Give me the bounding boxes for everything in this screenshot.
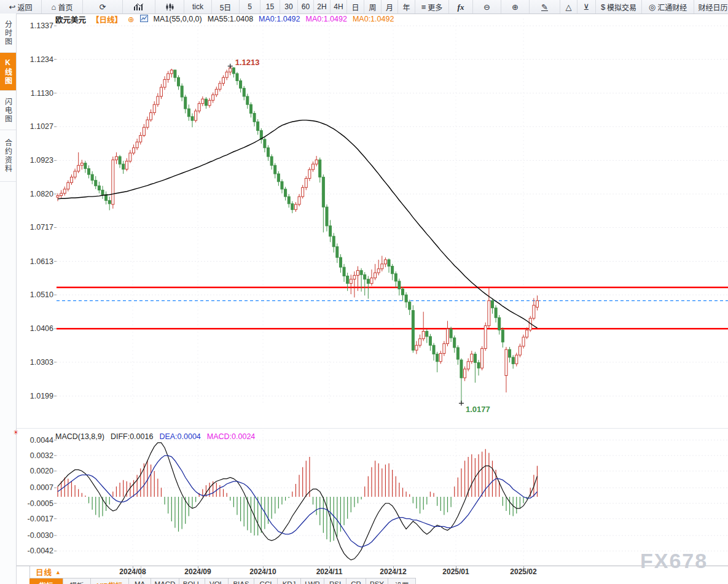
candle — [284, 189, 287, 197]
candle — [267, 148, 270, 157]
macd-tick-label: -0.0017 — [28, 515, 53, 523]
candle — [426, 331, 428, 336]
candle — [119, 157, 121, 164]
candle — [150, 112, 152, 120]
tab-LWR[interactable]: LWR — [301, 578, 324, 584]
candle — [357, 270, 359, 275]
candle — [432, 345, 435, 354]
tab-CR[interactable]: CR — [346, 578, 366, 584]
annotations: 1.12131.0177 — [228, 58, 490, 414]
candle — [495, 308, 497, 317]
candle — [477, 362, 480, 368]
candle — [394, 274, 397, 281]
tab-KDJ[interactable]: KDJ — [278, 578, 301, 584]
ma55-value: MA55:1.0408 — [208, 15, 253, 23]
candle — [460, 360, 463, 378]
candle — [60, 193, 63, 196]
candle — [174, 70, 176, 77]
candle — [181, 86, 183, 97]
chart-canvas[interactable]: 1.12131.01771.13371.12341.11301.10271.09… — [0, 0, 728, 584]
candle — [298, 197, 300, 204]
candle — [170, 70, 173, 74]
candle — [346, 276, 349, 283]
candle — [391, 267, 394, 274]
candle — [536, 301, 538, 308]
candle — [122, 164, 125, 169]
kline-mini-icon — [140, 15, 148, 24]
tab-指标[interactable]: 指标 — [29, 578, 63, 584]
candle — [319, 160, 321, 177]
candle — [336, 247, 339, 257]
candle — [125, 161, 128, 169]
tab-MA[interactable]: MA — [129, 578, 151, 584]
candle — [160, 87, 162, 96]
candle — [526, 330, 528, 337]
candle — [419, 339, 421, 346]
candle — [57, 196, 59, 198]
candle — [450, 329, 452, 338]
candle — [322, 177, 324, 207]
tab-RSI[interactable]: RSI — [324, 578, 346, 584]
candle — [481, 349, 483, 368]
y-axis-labels: 1.13371.12341.11301.10271.09231.08201.07… — [28, 21, 57, 555]
tab-BIAS[interactable]: BIAS — [229, 578, 254, 584]
candle — [112, 160, 114, 204]
macd-tick-label: 0.0044 — [30, 436, 53, 445]
candle — [84, 163, 87, 169]
tab-MACD[interactable]: MACD — [151, 578, 179, 584]
tab-设置[interactable]: 设置 — [388, 578, 416, 584]
candle — [77, 165, 80, 171]
candle — [257, 122, 259, 130]
candle — [184, 97, 187, 109]
price-tick-label: 1.1130 — [31, 89, 53, 98]
tab-模板[interactable]: 模板 — [63, 578, 91, 584]
candle — [153, 104, 155, 112]
candle — [456, 348, 459, 359]
macd-tick-label: 0.0007 — [30, 483, 53, 492]
diff-value: DIFF:0.0016 — [111, 432, 153, 441]
tab-BOLL[interactable]: BOLL — [179, 578, 205, 584]
candle — [505, 349, 507, 375]
price-tick-label: 1.0717 — [30, 223, 53, 232]
tab-CCI[interactable]: CCI — [254, 578, 278, 584]
candle — [491, 301, 493, 308]
candle — [515, 355, 518, 364]
symbol-name: 欧元美元 — [55, 14, 86, 25]
candle — [302, 187, 304, 197]
price-tick-label: 1.0923 — [30, 156, 53, 165]
candle — [167, 74, 170, 80]
tab-VIP指标[interactable]: VIP指标 — [91, 578, 129, 584]
crosshair-marker — [228, 64, 233, 69]
ma0-value-orange: MA0:1.0492 — [353, 15, 394, 23]
candle — [305, 178, 307, 187]
period-badge: 【日线】 — [92, 14, 122, 25]
candle — [370, 278, 373, 284]
candle — [246, 96, 249, 104]
candle — [105, 195, 108, 201]
candle — [215, 89, 217, 95]
tab-PSY[interactable]: PSY — [366, 578, 388, 584]
candle — [398, 281, 401, 289]
candle — [384, 260, 386, 264]
candle — [374, 273, 377, 278]
indicator-settings-icon[interactable]: ☀ — [13, 429, 19, 437]
candle — [277, 174, 280, 182]
candle — [522, 337, 525, 346]
candle — [74, 171, 76, 177]
crosshair-marker — [459, 401, 464, 406]
candle — [115, 157, 117, 160]
candle — [240, 81, 242, 88]
candle — [202, 99, 204, 103]
candle — [143, 127, 145, 135]
price-tick-label: 1.0303 — [30, 358, 53, 367]
candle — [464, 369, 466, 378]
high-price-label: 1.1213 — [235, 58, 260, 67]
tab-VOL[interactable]: VOL — [205, 578, 229, 584]
macd-panel-header: MACD(13,8,9) DIFF:0.0016 DEA:0.0004 MACD… — [55, 432, 255, 441]
ma-param: MA1(55,0,0,0) — [154, 15, 202, 23]
add-indicator-icon[interactable]: ⊕ — [128, 15, 134, 24]
candle — [377, 269, 380, 273]
candle — [139, 136, 142, 142]
price-tick-label: 1.1337 — [30, 21, 53, 30]
candle — [343, 267, 345, 276]
